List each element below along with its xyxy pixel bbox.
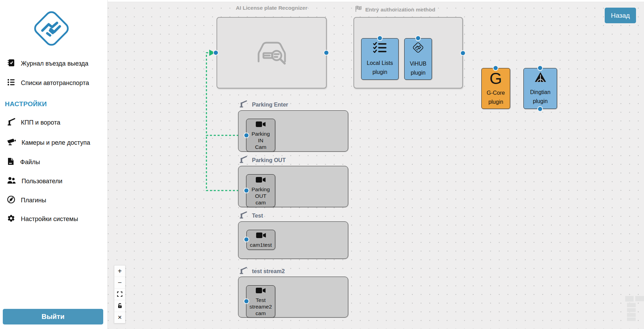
plugin-icon xyxy=(7,195,15,205)
sidebar-item-label: Камеры и реле доступа xyxy=(22,139,90,146)
video-camera-icon xyxy=(256,231,266,241)
port-dingtian-top[interactable] xyxy=(537,65,543,71)
node-label: Test streame2 cam xyxy=(250,297,272,317)
gear-icon xyxy=(7,214,15,224)
group-title-parking-out: Parking OUT xyxy=(239,155,286,165)
group-title-parking-enter: Parking Enter xyxy=(239,100,288,109)
node-local-lists-plugin[interactable]: Local Lists plugin xyxy=(361,38,399,80)
node-label: Dingtian plugin xyxy=(530,88,551,106)
sidebar-item-label: Журнал въезда выезда xyxy=(21,60,88,67)
sidebar-item-label: КПП и ворота xyxy=(21,119,60,126)
port-local-lists-top[interactable] xyxy=(377,35,383,41)
port-dingtian-bottom[interactable] xyxy=(537,106,543,112)
port-entry-output[interactable] xyxy=(460,50,466,56)
port-ai-output[interactable] xyxy=(324,50,329,56)
port-ai-input[interactable] xyxy=(213,50,219,56)
sidebar-item-plugins[interactable]: Плагины xyxy=(7,195,46,205)
file-icon xyxy=(7,157,15,167)
port-parking-in-cam[interactable] xyxy=(244,133,249,138)
lock-button[interactable] xyxy=(114,300,125,312)
cctv-icon xyxy=(7,138,16,147)
handshake-icon xyxy=(411,41,425,57)
car-search-icon xyxy=(254,38,289,68)
sidebar-item-label: Пользователи xyxy=(22,178,62,185)
node-label: Parking OUT cam xyxy=(252,186,270,206)
node-label: Local Lists plugin xyxy=(367,59,393,77)
port-vihub-top[interactable] xyxy=(415,35,421,41)
users-icon xyxy=(7,177,16,186)
sidebar: Журнал въезда выезда Списки автотранспор… xyxy=(0,0,108,329)
sidebar-item-vehicle-lists[interactable]: Списки автотранспорта xyxy=(7,78,89,88)
node-test-streame2-cam[interactable]: Test streame2 cam xyxy=(246,285,275,318)
port-parking-out-cam[interactable] xyxy=(244,188,249,193)
video-camera-icon xyxy=(255,176,266,185)
node-vihub-plugin[interactable]: ViHUB plugin xyxy=(404,38,432,80)
unlock-icon xyxy=(117,302,122,310)
sidebar-item-journal[interactable]: Журнал въезда выезда xyxy=(7,58,88,69)
ai-license-plate-group[interactable] xyxy=(217,17,327,88)
port-test-streame2-cam[interactable] xyxy=(244,298,249,304)
video-camera-icon xyxy=(255,120,266,129)
zoom-out-button[interactable]: − xyxy=(114,277,125,288)
settings-section-header: НАСТРОЙКИ xyxy=(5,100,47,108)
video-camera-icon xyxy=(255,287,266,296)
sidebar-item-files[interactable]: Файлы xyxy=(7,157,40,167)
node-label: G-Core plugin xyxy=(487,88,505,107)
sidebar-item-label: Настройки системы xyxy=(21,216,78,223)
journal-icon xyxy=(7,59,15,69)
entry-group-title: Entry authorization method xyxy=(354,5,435,14)
barrier-icon xyxy=(239,267,247,276)
close-button[interactable]: × xyxy=(114,312,125,323)
sidebar-item-label: Плагины xyxy=(21,197,46,204)
port-gcore-top[interactable] xyxy=(493,65,498,71)
fit-view-button[interactable] xyxy=(114,289,125,300)
group-title-test: Test xyxy=(239,211,263,220)
barrier-icon xyxy=(7,118,15,128)
back-button[interactable]: Назад xyxy=(605,8,636,23)
zoom-panel: + − × xyxy=(114,265,125,323)
barrier-icon xyxy=(239,100,247,109)
logout-button[interactable]: Выйти xyxy=(3,309,103,324)
node-dingtian-plugin[interactable]: Dingtian plugin xyxy=(523,68,557,109)
group-title-test-stream2: test stream2 xyxy=(239,267,285,276)
ai-group-title: AI License plate Recognizer xyxy=(217,5,327,11)
port-cam1test[interactable] xyxy=(244,237,249,242)
dingtian-icon xyxy=(534,71,547,85)
node-label: Parking IN Cam xyxy=(252,130,270,150)
checklist-icon xyxy=(373,42,387,56)
canvas-top-strip xyxy=(108,0,644,2)
flag-icon xyxy=(354,5,362,14)
flow-minimap xyxy=(624,293,644,322)
sidebar-item-cameras[interactable]: Камеры и реле доступа xyxy=(7,137,90,148)
barrier-icon xyxy=(239,155,247,165)
barrier-icon xyxy=(239,211,247,220)
sidebar-item-gates[interactable]: КПП и ворота xyxy=(7,117,60,128)
sidebar-item-label: Файлы xyxy=(20,159,40,166)
node-gcore-plugin[interactable]: G G-Core plugin xyxy=(481,68,510,109)
node-parking-out-cam[interactable]: Parking OUT cam xyxy=(246,174,275,207)
app-root: Журнал въезда выезда Списки автотранспор… xyxy=(0,0,644,329)
node-label: ViHUB plugin xyxy=(410,59,426,77)
node-label: cam1test xyxy=(250,242,272,248)
sidebar-item-users[interactable]: Пользователи xyxy=(7,176,62,186)
sidebar-item-system-settings[interactable]: Настройки системы xyxy=(7,214,78,224)
node-cam1test[interactable]: cam1test xyxy=(246,230,275,250)
app-logo xyxy=(31,6,72,51)
list-icon xyxy=(7,78,15,88)
node-parking-in-cam[interactable]: Parking IN Cam xyxy=(246,119,275,152)
gcore-icon: G xyxy=(490,71,502,86)
sidebar-item-label: Списки автотранспорта xyxy=(21,79,89,87)
fit-view-icon xyxy=(117,290,122,298)
zoom-in-button[interactable]: + xyxy=(114,265,125,277)
